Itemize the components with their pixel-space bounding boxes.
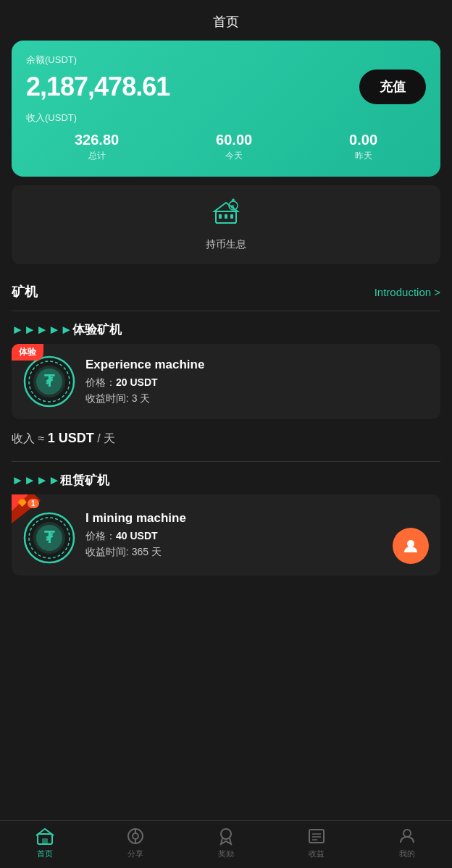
- income-unit: / 天: [97, 432, 115, 444]
- svg-point-23: [407, 540, 414, 547]
- income-stats: 326.80 总计 60.00 今天 0.00 昨天: [26, 132, 426, 162]
- experience-income-row: 收入 ≈ 1 USDT / 天: [0, 424, 452, 458]
- svg-rect-3: [230, 214, 233, 219]
- page-header: 首页: [0, 0, 452, 41]
- experience-category-header: ►►►►►体验矿机: [0, 314, 452, 344]
- nav-share[interactable]: 分享: [91, 827, 181, 859]
- user-icon: [398, 827, 417, 846]
- stat-total-value: 326.80: [75, 132, 119, 148]
- stat-yesterday: 0.00 昨天: [349, 132, 377, 162]
- experience-machine-price: 价格：20 USDT: [85, 376, 429, 389]
- hold-interest-card[interactable]: $ 持币生息: [12, 185, 440, 264]
- divider2: [12, 461, 440, 462]
- rental-machine-name: I mining machine: [85, 511, 429, 526]
- stat-total: 326.80 总计: [75, 132, 119, 162]
- income-approx-text: 收入 ≈: [12, 432, 48, 444]
- recharge-button[interactable]: 充值: [359, 69, 426, 104]
- svg-rect-25: [42, 838, 48, 844]
- nav-mine[interactable]: 我的: [361, 827, 452, 859]
- nav-award[interactable]: 奖励: [181, 827, 272, 859]
- miner-section-header: 矿机 Introduction >: [0, 273, 452, 308]
- nav-income-label: 收益: [309, 848, 325, 859]
- bottom-navigation: 首页 分享 奖励 收益 我的: [0, 820, 452, 868]
- balance-card: 余额(USDT) 2,187,478.61 充值 收入(USDT) 326.80…: [12, 41, 440, 177]
- home-icon: [35, 827, 54, 846]
- nav-home[interactable]: 首页: [0, 827, 91, 859]
- rental-machine-duration: 收益时间: 365 天: [85, 546, 429, 559]
- nav-share-label: 分享: [127, 848, 143, 859]
- nav-award-label: 奖励: [218, 848, 234, 859]
- svg-point-35: [403, 830, 411, 837]
- page-title: 首页: [213, 14, 239, 29]
- nav-mine-label: 我的: [399, 848, 415, 859]
- introduction-link[interactable]: Introduction >: [374, 286, 440, 298]
- stat-today-value: 60.00: [216, 132, 252, 148]
- stat-total-label: 总计: [75, 150, 119, 162]
- rental-category-header: ►►►►租赁矿机: [0, 465, 452, 494]
- income-icon: [307, 827, 326, 846]
- svg-rect-1: [219, 214, 222, 219]
- hold-interest-icon: $: [212, 198, 240, 234]
- svg-rect-31: [309, 830, 324, 843]
- award-icon: [217, 827, 235, 846]
- stat-today-label: 今天: [216, 150, 252, 162]
- balance-amount: 2,187,478.61: [26, 72, 170, 102]
- experience-machine-logo: ₮: [23, 355, 75, 408]
- income-label: 收入(USDT): [26, 111, 426, 125]
- experience-category-label: 体验矿机: [72, 323, 122, 337]
- balance-label: 余额(USDT): [26, 54, 426, 67]
- svg-text:$: $: [231, 203, 235, 210]
- stat-yesterday-label: 昨天: [349, 150, 377, 162]
- experience-badge: 体验: [12, 344, 43, 361]
- balance-row: 2,187,478.61 充值: [26, 69, 426, 104]
- divider: [12, 311, 440, 311]
- svg-text:₮: ₮: [44, 528, 55, 547]
- stat-today: 60.00 今天: [216, 132, 252, 162]
- share-icon: [126, 827, 145, 846]
- experience-machine-name: Experience machine: [85, 358, 429, 372]
- badge-number: 1: [28, 499, 39, 508]
- nav-income[interactable]: 收益: [271, 827, 361, 859]
- svg-text:₮: ₮: [44, 372, 55, 390]
- experience-machine-card[interactable]: 体验 ₮ Experience machine 价格：20 USDT 收益时间:…: [12, 344, 440, 419]
- svg-point-27: [133, 833, 138, 839]
- hold-interest-label: 持币生息: [206, 238, 246, 251]
- income-value: 1 USDT: [48, 431, 94, 445]
- support-fab-button[interactable]: [393, 528, 429, 564]
- svg-marker-9: [231, 198, 235, 201]
- svg-rect-2: [225, 214, 227, 219]
- experience-machine-duration: 收益时间: 3 天: [85, 392, 429, 405]
- rental-machine-info: I mining machine 价格：40 USDT 收益时间: 365 天: [85, 511, 429, 559]
- rental-machine-price: 价格：40 USDT: [85, 530, 429, 543]
- svg-point-30: [221, 829, 231, 839]
- miner-section-title: 矿机: [12, 283, 38, 300]
- rental-category-label: 租赁矿机: [60, 473, 109, 487]
- experience-machine-info: Experience machine 价格：20 USDT 收益时间: 3 天: [85, 358, 429, 405]
- nav-home-label: 首页: [37, 848, 53, 859]
- rental-machine-card[interactable]: 1 ₮ I mining machine 价格：40 USDT 收益时间: 36…: [12, 494, 440, 576]
- stat-yesterday-value: 0.00: [349, 132, 377, 148]
